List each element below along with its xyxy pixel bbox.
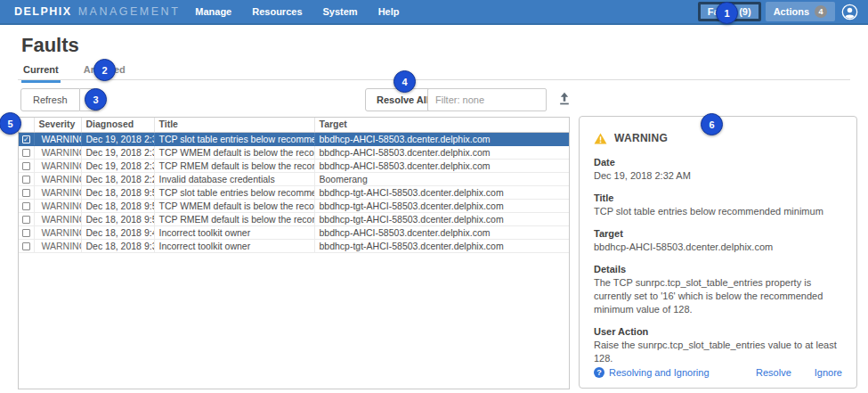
fault-title-value: TCP slot table entries below recommended… bbox=[154, 132, 314, 145]
nav-item-resources[interactable]: Resources bbox=[250, 3, 304, 20]
resolve-link[interactable]: Resolve bbox=[756, 367, 791, 378]
target-value: bbdhcp-AHCI-58503.dcenter.delphix.com bbox=[594, 241, 842, 254]
table-row[interactable]: WARNINGDec 19, 2018 2:32 AMTCP RMEM defa… bbox=[19, 159, 569, 172]
diagnosed-value: Dec 19, 2018 2:32 AM bbox=[81, 132, 154, 145]
faults-table: Severity Diagnosed Title Target ✓WARNING… bbox=[19, 118, 569, 253]
column-header-target[interactable]: Target bbox=[314, 118, 569, 132]
faults-table-body: ✓WARNINGDec 19, 2018 2:32 AMTCP slot tab… bbox=[19, 132, 569, 252]
brand-name: DELPHIX bbox=[14, 5, 72, 18]
severity-value: WARNING bbox=[42, 173, 82, 185]
target-label: Target bbox=[594, 228, 842, 239]
fault-target-value: bbdhcp-tgt-AHCI-58503.dcenter.delphix.co… bbox=[314, 185, 569, 199]
actions-button[interactable]: Actions 4 bbox=[766, 2, 835, 21]
title-label: Title bbox=[594, 192, 842, 203]
panel-footer: ? Resolving and Ignoring Resolve Ignore bbox=[594, 367, 842, 378]
fault-target-value: Boomerang bbox=[314, 172, 569, 185]
fault-target-value: bbdhcp-AHCI-58503.dcenter.delphix.com bbox=[314, 132, 569, 145]
annotation-callout-5: 5 bbox=[0, 112, 21, 135]
table-row[interactable]: ✓WARNINGDec 19, 2018 2:32 AMTCP slot tab… bbox=[19, 132, 569, 145]
diagnosed-value: Dec 18, 2018 2:23 PM bbox=[81, 172, 154, 185]
row-checkbox[interactable] bbox=[22, 242, 30, 250]
refresh-button[interactable]: Refresh bbox=[20, 88, 80, 111]
diagnosed-value: Dec 19, 2018 2:32 AM bbox=[81, 159, 154, 172]
nav-item-manage[interactable]: Manage bbox=[193, 3, 233, 20]
fault-title-value: Incorrect toolkit owner bbox=[154, 225, 314, 239]
upload-icon bbox=[557, 92, 572, 106]
fault-target-value: bbdhcp-tgt-AHCI-58503.dcenter.delphix.co… bbox=[314, 199, 569, 212]
diagnosed-value: Dec 18, 2018 9:39 AM bbox=[81, 239, 154, 252]
resolving-and-ignoring-link[interactable]: ? Resolving and Ignoring bbox=[594, 367, 710, 378]
tabs-divider bbox=[18, 79, 850, 80]
fault-severity-text: WARNING bbox=[614, 132, 668, 144]
row-checkbox[interactable] bbox=[22, 202, 30, 210]
annotation-callout-1: 1 bbox=[716, 2, 738, 24]
tab-current[interactable]: Current bbox=[21, 62, 61, 83]
fault-target-value: bbdhcp-tgt-AHCI-58503.dcenter.delphix.co… bbox=[314, 239, 569, 252]
severity-value: WARNING bbox=[42, 133, 82, 145]
row-checkbox[interactable] bbox=[22, 162, 30, 170]
table-row[interactable]: WARNINGDec 18, 2018 9:52 AMTCP RMEM defa… bbox=[19, 212, 569, 225]
row-checkbox[interactable] bbox=[22, 189, 30, 197]
fault-target-value: bbdhcp-AHCI-58503.dcenter.delphix.com bbox=[314, 159, 569, 172]
brand-suffix: MANAGEMENT bbox=[78, 5, 181, 18]
diagnosed-value: Dec 18, 2018 9:52 AM bbox=[81, 185, 154, 199]
panel-action-links: Resolve Ignore bbox=[756, 367, 842, 378]
row-checkbox[interactable] bbox=[22, 216, 30, 224]
title-value: TCP slot table entries below recommended… bbox=[594, 205, 842, 218]
export-button[interactable] bbox=[557, 92, 573, 108]
table-row[interactable]: WARNINGDec 19, 2018 2:32 AMTCP WMEM defa… bbox=[19, 145, 569, 159]
date-value: Dec 19, 2018 2:32 AM bbox=[594, 169, 842, 183]
table-header-row: Severity Diagnosed Title Target bbox=[19, 118, 569, 132]
diagnosed-value: Dec 18, 2018 9:52 AM bbox=[81, 199, 154, 212]
column-header-title[interactable]: Title bbox=[154, 118, 314, 132]
severity-value: WARNING bbox=[42, 186, 82, 199]
help-icon: ? bbox=[594, 367, 604, 378]
fault-title-value: TCP RMEM default is below the recommende… bbox=[154, 212, 314, 225]
fault-title-value: Incorrect toolkit owner bbox=[154, 239, 314, 252]
annotation-callout-3: 3 bbox=[85, 88, 107, 111]
filter-input[interactable] bbox=[427, 88, 547, 111]
actions-count-badge: 4 bbox=[815, 5, 827, 18]
row-checkbox[interactable] bbox=[22, 229, 30, 237]
row-checkbox[interactable] bbox=[22, 149, 30, 157]
help-link-label: Resolving and Ignoring bbox=[609, 367, 710, 378]
details-value: The TCP sunrpc.tcp_slot_table_entries pr… bbox=[594, 276, 842, 316]
row-checkbox[interactable]: ✓ bbox=[22, 135, 30, 143]
table-row[interactable]: WARNINGDec 18, 2018 9:52 AMTCP slot tabl… bbox=[19, 185, 569, 199]
fault-date-field: Date Dec 19, 2018 2:32 AM bbox=[594, 157, 842, 183]
user-action-label: User Action bbox=[594, 326, 842, 337]
severity-value: WARNING bbox=[42, 226, 82, 239]
fault-target-field: Target bbdhcp-AHCI-58503.dcenter.delphix… bbox=[594, 228, 842, 254]
fault-title-value: TCP WMEM default is below the recommende… bbox=[154, 199, 314, 212]
fault-title-value: Invalid database credentials bbox=[154, 172, 314, 185]
faults-table-container: Severity Diagnosed Title Target ✓WARNING… bbox=[18, 117, 570, 389]
fault-severity-header: WARNING bbox=[594, 132, 842, 144]
annotation-callout-4: 4 bbox=[393, 70, 416, 93]
warning-icon bbox=[594, 133, 607, 144]
severity-value: WARNING bbox=[42, 200, 82, 212]
fault-target-value: bbdhcp-AHCI-58503.dcenter.delphix.com bbox=[314, 225, 569, 239]
column-header-severity[interactable]: Severity bbox=[34, 118, 81, 132]
diagnosed-value: Dec 19, 2018 2:32 AM bbox=[81, 145, 154, 159]
page-title: Faults bbox=[21, 34, 79, 57]
user-menu-button[interactable] bbox=[840, 2, 859, 21]
details-label: Details bbox=[594, 264, 842, 274]
table-row[interactable]: WARNINGDec 18, 2018 9:39 AMIncorrect too… bbox=[19, 239, 569, 252]
table-row[interactable]: WARNINGDec 18, 2018 9:52 AMTCP WMEM defa… bbox=[19, 199, 569, 212]
annotation-callout-2: 2 bbox=[93, 59, 116, 81]
fault-title-value: TCP slot table entries below recommended… bbox=[154, 185, 314, 199]
fault-title-value: TCP RMEM default is below the recommende… bbox=[154, 159, 314, 172]
column-header-diagnosed[interactable]: Diagnosed bbox=[81, 118, 154, 132]
severity-value: WARNING bbox=[42, 213, 82, 225]
nav-item-system[interactable]: System bbox=[321, 3, 360, 20]
ignore-link[interactable]: Ignore bbox=[815, 367, 842, 378]
annotation-callout-6: 6 bbox=[701, 113, 723, 135]
user-action-value: Raise the sunrpc.tcp_slot_table_entries … bbox=[594, 339, 842, 365]
fault-detail-panel: WARNING Date Dec 19, 2018 2:32 AM Title … bbox=[579, 116, 857, 389]
table-row[interactable]: WARNINGDec 18, 2018 9:40 AMIncorrect too… bbox=[19, 225, 569, 239]
nav-item-help[interactable]: Help bbox=[377, 3, 402, 20]
fault-title-field: Title TCP slot table entries below recom… bbox=[594, 192, 842, 218]
table-row[interactable]: WARNINGDec 18, 2018 2:23 PMInvalid datab… bbox=[19, 172, 569, 185]
fault-user-action-field: User Action Raise the sunrpc.tcp_slot_ta… bbox=[594, 326, 842, 365]
row-checkbox[interactable] bbox=[22, 176, 30, 184]
